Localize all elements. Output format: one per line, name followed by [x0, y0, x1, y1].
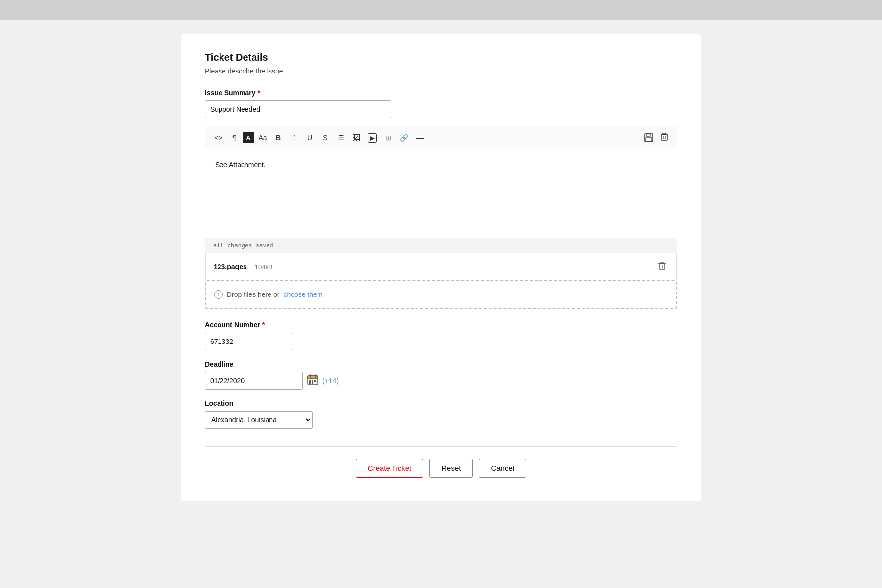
attachment-delete-btn[interactable]: [656, 259, 668, 274]
location-label: Location: [205, 399, 677, 407]
toolbar-bold-btn[interactable]: B: [271, 131, 286, 145]
choose-files-link[interactable]: choose them: [283, 291, 322, 298]
attachment-delete-icon: [658, 261, 666, 270]
section-subtitle: Please describe the issue.: [205, 67, 677, 75]
toolbar-font-size-btn[interactable]: Aa: [255, 131, 270, 145]
toolbar-font-color-btn[interactable]: A: [243, 132, 254, 143]
svg-rect-3: [647, 138, 650, 141]
cancel-button[interactable]: Cancel: [479, 459, 526, 478]
svg-rect-9: [659, 264, 665, 269]
deadline-badge[interactable]: (+14): [322, 377, 339, 385]
calendar-icon[interactable]: [307, 374, 318, 388]
attachment-filesize: 104kB: [255, 263, 273, 270]
toolbar-video-btn[interactable]: ▶: [365, 131, 380, 145]
toolbar-link-btn[interactable]: 🔗: [396, 131, 411, 145]
editor-toolbar: <> ¶ A Aa B I U: [205, 126, 677, 149]
reset-button[interactable]: Reset: [429, 459, 473, 478]
drop-zone-info-icon: +: [214, 290, 223, 299]
page-wrapper: Ticket Details Please describe the issue…: [0, 20, 882, 588]
footer-buttons: Create Ticket Reset Cancel: [205, 459, 677, 478]
account-number-field: Account Number *: [205, 321, 677, 350]
editor-status-bar: all changes saved: [205, 238, 677, 253]
issue-summary-input[interactable]: [205, 100, 391, 118]
svg-rect-22: [312, 382, 313, 384]
svg-rect-18: [309, 380, 311, 382]
toolbar-image-btn[interactable]: 🖼: [349, 131, 364, 145]
issue-summary-label: Issue Summary *: [205, 89, 677, 97]
svg-rect-15: [308, 376, 318, 379]
account-required-star: *: [262, 321, 265, 329]
svg-rect-20: [314, 380, 316, 382]
section-title: Ticket Details: [205, 52, 677, 63]
toolbar-underline-btn[interactable]: U: [302, 131, 317, 145]
attachment-filename: 123.pages: [214, 263, 247, 270]
deadline-input[interactable]: [205, 372, 303, 390]
svg-rect-19: [312, 380, 313, 382]
date-input-wrapper: (+14): [205, 372, 677, 390]
attachment-file-row: 123.pages 104kB: [205, 253, 677, 280]
svg-rect-21: [309, 382, 311, 384]
toolbar-paragraph-btn[interactable]: ¶: [227, 131, 242, 145]
toolbar-save-btn[interactable]: [641, 131, 656, 145]
account-number-label: Account Number *: [205, 321, 677, 329]
editor-body[interactable]: See Attachment.: [205, 149, 677, 238]
delete-icon: [660, 132, 669, 141]
deadline-field: Deadline (+14): [205, 360, 677, 390]
toolbar-code-btn[interactable]: <>: [211, 131, 226, 145]
toolbar-hr-btn[interactable]: —: [412, 131, 427, 145]
rich-text-editor: <> ¶ A Aa B I U: [205, 126, 677, 309]
calendar-svg-icon: [307, 374, 318, 386]
location-field: Location Alexandria, Louisiana Baton Rou…: [205, 399, 677, 429]
required-star: *: [258, 89, 260, 97]
toolbar-list-btn[interactable]: ☰: [334, 131, 348, 145]
toolbar-italic-btn[interactable]: I: [287, 131, 301, 145]
attachment-info: 123.pages 104kB: [214, 263, 273, 270]
deadline-label: Deadline: [205, 360, 677, 368]
svg-rect-4: [662, 135, 667, 140]
toolbar-table-btn[interactable]: ⊞: [381, 131, 395, 145]
drop-zone-text: Drop files here or: [227, 291, 279, 298]
toolbar-right: [641, 130, 671, 145]
save-icon: [644, 133, 653, 142]
create-ticket-button[interactable]: Create Ticket: [356, 459, 423, 478]
issue-summary-field: Issue Summary *: [205, 89, 677, 118]
form-container: Ticket Details Please describe the issue…: [181, 34, 701, 501]
toolbar-delete-btn[interactable]: [658, 130, 671, 145]
toolbar-strikethrough-btn[interactable]: S: [318, 131, 333, 145]
svg-rect-11: [661, 262, 663, 264]
location-select[interactable]: Alexandria, Louisiana Baton Rouge, Louis…: [205, 411, 313, 429]
svg-rect-6: [663, 133, 666, 135]
form-divider: [205, 446, 677, 447]
account-number-input[interactable]: [205, 333, 293, 350]
file-drop-zone[interactable]: + Drop files here or choose them: [205, 280, 677, 309]
